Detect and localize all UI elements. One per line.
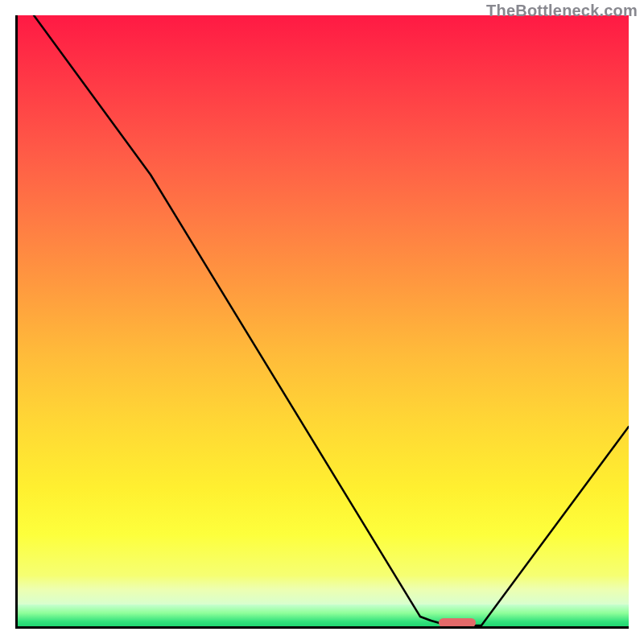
watermark-text: TheBottleneck.com <box>486 2 638 20</box>
plot-area <box>15 15 629 629</box>
chart-container: TheBottleneck.com <box>0 0 644 644</box>
optimal-marker <box>439 618 476 627</box>
bottleneck-curve <box>15 15 629 629</box>
